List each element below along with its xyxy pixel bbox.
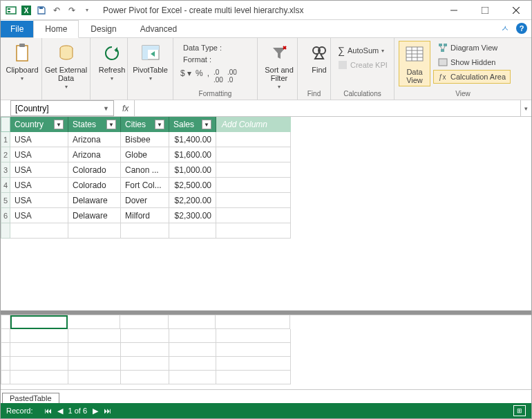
- clipboard-button[interactable]: Clipboard ▾: [5, 41, 39, 83]
- cell[interactable]: Arizona: [68, 132, 121, 147]
- redo-icon[interactable]: ↷: [66, 4, 78, 17]
- record-label: Record:: [6, 407, 33, 415]
- show-hidden-button[interactable]: Show Hidden: [433, 55, 511, 69]
- row-header[interactable]: 6: [1, 208, 10, 223]
- cell[interactable]: $2,500.00: [169, 178, 216, 193]
- next-record-button[interactable]: ▶: [93, 407, 98, 416]
- cell[interactable]: Delaware: [68, 193, 121, 208]
- chevron-down-icon[interactable]: ▼: [103, 105, 109, 112]
- calc-area-icon: ƒx: [438, 72, 448, 82]
- col-sales[interactable]: Sales▼: [169, 117, 216, 132]
- diagram-view-button[interactable]: Diagram View: [433, 41, 511, 55]
- tab-advanced[interactable]: Advanced: [129, 20, 189, 37]
- calculation-area: [1, 315, 531, 389]
- autosum-button[interactable]: ∑ AutoSum ▾: [335, 44, 390, 57]
- calculation-area-button[interactable]: ƒx Calculation Area: [433, 70, 511, 84]
- sort-filter-button[interactable]: Sort and Filter ▾: [262, 41, 296, 91]
- prev-record-button[interactable]: ◀: [57, 407, 63, 416]
- formula-input[interactable]: [135, 100, 520, 116]
- decrease-decimal[interactable]: .00.0: [227, 68, 237, 84]
- tab-file[interactable]: File: [1, 21, 33, 37]
- sheet-tabs: PastedTable: [1, 389, 531, 403]
- cell[interactable]: Colorado: [68, 162, 121, 178]
- last-record-button[interactable]: ⏭: [104, 407, 111, 415]
- cell[interactable]: Canon ...: [121, 162, 169, 178]
- format-label[interactable]: Format :: [180, 54, 250, 65]
- row-header[interactable]: 5: [1, 193, 10, 208]
- cell[interactable]: $2,300.00: [169, 208, 216, 223]
- row-header[interactable]: 4: [1, 178, 10, 193]
- filter-dropdown-icon[interactable]: ▼: [106, 120, 116, 129]
- cell[interactable]: Delaware: [68, 208, 121, 223]
- pivottable-button[interactable]: PivotTable ▾: [132, 41, 169, 83]
- svg-rect-1: [8, 8, 10, 10]
- column-headers: Country▼ States▼ Cities▼ Sales▼ Add Colu…: [1, 117, 531, 132]
- tab-design[interactable]: Design: [79, 20, 128, 37]
- comma-button[interactable]: ,: [207, 68, 209, 84]
- fx-label[interactable]: fx: [117, 100, 135, 116]
- cell[interactable]: USA: [10, 132, 68, 147]
- cell[interactable]: USA: [10, 162, 68, 178]
- create-kpi-button[interactable]: Create KPI: [335, 59, 390, 71]
- expand-formula-icon[interactable]: ▾: [520, 100, 531, 116]
- cell[interactable]: $1,600.00: [169, 147, 216, 162]
- refresh-button[interactable]: Refresh ▾: [95, 41, 129, 83]
- filter-dropdown-icon[interactable]: ▼: [54, 120, 64, 129]
- cell[interactable]: [216, 208, 291, 223]
- selected-calc-cell[interactable]: [10, 315, 68, 329]
- cell[interactable]: Bisbee: [121, 132, 169, 147]
- col-cities[interactable]: Cities▼: [121, 117, 169, 132]
- svg-rect-32: [439, 59, 447, 66]
- cell[interactable]: Colorado: [68, 178, 121, 193]
- maximize-button[interactable]: [469, 1, 500, 20]
- cell[interactable]: [216, 147, 291, 162]
- qat-dropdown-icon[interactable]: ▾: [81, 4, 93, 17]
- cell[interactable]: Arizona: [68, 147, 121, 162]
- cell[interactable]: Fort Col...: [121, 178, 169, 193]
- cell[interactable]: [216, 178, 291, 193]
- get-external-data-button[interactable]: Get External Data ▾: [46, 41, 86, 91]
- save-icon[interactable]: [35, 4, 48, 17]
- col-states[interactable]: States▼: [68, 117, 121, 132]
- cell[interactable]: USA: [10, 178, 68, 193]
- cell[interactable]: USA: [10, 208, 68, 223]
- row-header[interactable]: 1: [1, 132, 10, 147]
- find-icon: [308, 42, 330, 64]
- help-icon[interactable]: ?: [516, 23, 527, 34]
- percent-button[interactable]: %: [196, 68, 203, 84]
- filter-dropdown-icon[interactable]: ▼: [202, 120, 211, 129]
- cell[interactable]: [216, 162, 291, 178]
- status-icon[interactable]: ⊞: [513, 405, 526, 416]
- cell[interactable]: USA: [10, 147, 68, 162]
- currency-button[interactable]: $ ▾: [180, 68, 191, 84]
- cell[interactable]: Globe: [121, 147, 169, 162]
- filter-dropdown-icon[interactable]: ▼: [155, 120, 164, 129]
- tab-home[interactable]: Home: [33, 20, 79, 38]
- row-header[interactable]: 3: [1, 162, 10, 178]
- select-all-corner[interactable]: [1, 117, 10, 132]
- add-column[interactable]: Add Column: [216, 117, 291, 132]
- cell[interactable]: Milford: [121, 208, 169, 223]
- app-icon: [5, 4, 17, 17]
- svg-text:ƒx: ƒx: [439, 73, 446, 81]
- cell[interactable]: Dover: [121, 193, 169, 208]
- svg-rect-28: [444, 44, 447, 46]
- collapse-ribbon-icon[interactable]: ㅅ: [501, 23, 509, 35]
- close-button[interactable]: [500, 1, 531, 20]
- cell[interactable]: $2,200.00: [169, 193, 216, 208]
- cell[interactable]: [216, 132, 291, 147]
- undo-icon[interactable]: ↶: [50, 4, 63, 17]
- col-country[interactable]: Country▼: [10, 117, 68, 132]
- increase-decimal[interactable]: .0.00: [213, 68, 223, 84]
- data-view-button[interactable]: Data View: [399, 41, 430, 86]
- cell[interactable]: $1,000.00: [169, 162, 216, 178]
- cell[interactable]: USA: [10, 193, 68, 208]
- data-type-label[interactable]: Data Type :: [180, 42, 250, 53]
- first-record-button[interactable]: ⏮: [44, 407, 52, 415]
- cell[interactable]: [216, 193, 291, 208]
- sheet-tab[interactable]: PastedTable: [2, 393, 59, 403]
- cell[interactable]: $1,400.00: [169, 132, 216, 147]
- row-header[interactable]: 2: [1, 147, 10, 162]
- minimize-button[interactable]: [438, 1, 469, 20]
- name-box[interactable]: [Country] ▼: [10, 100, 114, 116]
